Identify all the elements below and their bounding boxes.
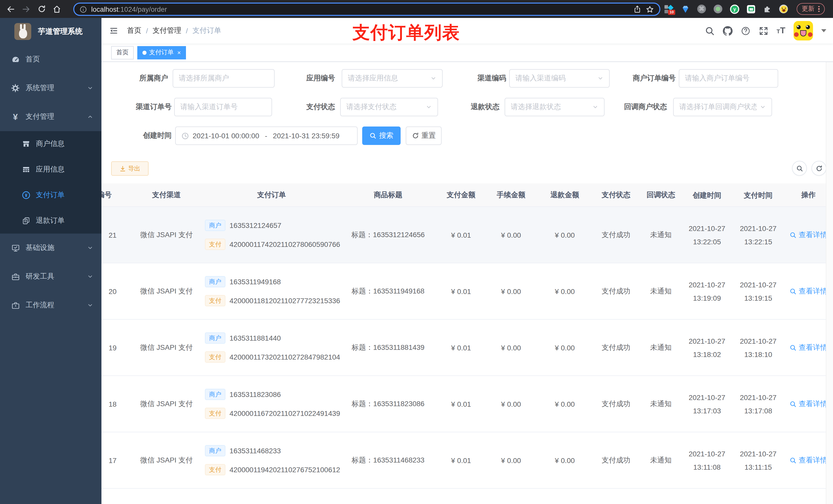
sidebar-item-label: 应用信息 (36, 165, 65, 174)
select-field[interactable]: 请输入渠道编码 (509, 69, 610, 88)
tab-active-1[interactable]: 支付订单× (137, 46, 186, 59)
text-input-field[interactable]: 请输入商户订单编号 (679, 69, 778, 88)
tab-close-icon[interactable]: × (177, 49, 181, 55)
date-start-value[interactable]: 2021-10-01 00:00:00 (193, 131, 259, 140)
reset-button[interactable]: 重置 (406, 126, 442, 145)
screen: localhost:1024/pay/order 10 ⌘ y (0, 0, 833, 504)
view-detail-link[interactable]: 查看详情 (789, 230, 827, 239)
sidebar-collapse-button[interactable] (109, 26, 118, 35)
cell-title (338, 489, 438, 504)
sidebar-item-merchant[interactable]: 商户信息 (0, 131, 101, 157)
export-button[interactable]: 导出 (111, 161, 148, 176)
extension-emoji-icon[interactable] (779, 5, 788, 13)
browser-reload-button[interactable] (34, 1, 49, 17)
extensions-puzzle-icon[interactable] (763, 5, 771, 13)
browser-update-button[interactable]: 更新 (796, 3, 825, 15)
share-button[interactable] (633, 5, 641, 13)
user-menu-caret-icon[interactable] (821, 29, 826, 32)
font-size-button[interactable]: TT (777, 26, 785, 36)
merchant-order-tag: 商户 (205, 389, 225, 400)
cell-title: 标题：1635311823086 (338, 376, 438, 432)
app-logo-rabbit (14, 23, 31, 40)
extension-gem-icon[interactable] (681, 5, 690, 13)
extension-badge: 10 (668, 9, 675, 15)
cell-id (101, 489, 138, 504)
view-detail-link[interactable]: 查看详情 (789, 456, 827, 465)
chevron-down-icon (87, 245, 93, 251)
cell-refund: ¥ 0.00 (538, 432, 592, 488)
search-button[interactable]: 搜索 (362, 126, 401, 145)
sidebar-item-infra[interactable]: 基础设施 (0, 234, 101, 262)
created-time: 13:17:03 (693, 404, 721, 417)
sidebar-submenu: 商户信息应用信息¥支付订单退款订单 (0, 131, 101, 234)
sidebar-item-home[interactable]: 首页 (0, 45, 101, 74)
select-field[interactable]: 请选择支付状态 (340, 98, 438, 116)
select-field[interactable]: 请选择退款状态 (505, 98, 604, 116)
sidebar-item-pay-order[interactable]: ¥支付订单 (0, 182, 101, 208)
home-icon (52, 4, 62, 14)
tab-0[interactable]: 首页 (111, 46, 134, 59)
sidebar-item-pay[interactable]: ¥支付管理 (0, 102, 101, 131)
extension-chat-icon[interactable] (747, 5, 755, 13)
app-logo-row[interactable]: 芋道管理系统 (0, 18, 101, 45)
browser-forward-button[interactable] (19, 1, 34, 17)
sidebar-item-refund-order[interactable]: 退款订单 (0, 208, 101, 234)
help-button[interactable] (741, 26, 751, 35)
browser-menu-icon[interactable] (818, 6, 819, 12)
extension-recorder-icon[interactable] (714, 5, 722, 13)
text-input-field[interactable]: 请选择所属商户 (173, 69, 275, 88)
column-header-title: 商品标题 (338, 183, 438, 207)
cell-refund: ¥ 0.00 (538, 320, 592, 376)
column-header-pay-status: 支付状态 (592, 183, 640, 207)
view-detail-link[interactable]: 查看详情 (789, 399, 827, 408)
date-end-value[interactable]: 2021-10-31 23:59:59 (273, 131, 339, 140)
browser-toolbar: localhost:1024/pay/order 10 ⌘ y (0, 0, 833, 18)
bookmark-button[interactable] (645, 5, 654, 14)
column-header-id: 编号 (101, 183, 138, 207)
fullscreen-button[interactable] (759, 26, 768, 35)
view-detail-link[interactable]: 查看详情 (789, 343, 827, 352)
download-icon (119, 165, 126, 172)
sidebar-item-system[interactable]: 系统管理 (0, 74, 101, 102)
table-row-partial: 商户1635311251786 (101, 489, 833, 504)
view-detail-link[interactable]: 查看详情 (789, 287, 827, 296)
sidebar-item-devtool[interactable]: 研发工具 (0, 262, 101, 291)
refresh-icon (412, 132, 419, 139)
header-search-button[interactable] (705, 26, 715, 35)
sidebar-item-app[interactable]: 应用信息 (0, 157, 101, 182)
user-avatar[interactable] (793, 21, 813, 41)
column-header-notify-status: 回调状态 (640, 183, 681, 207)
select-field[interactable]: 请选择应用信息 (342, 69, 443, 88)
cell-amount (438, 489, 484, 504)
star-icon (645, 5, 654, 14)
extension-command-icon[interactable]: ⌘ (697, 5, 706, 13)
github-link[interactable] (723, 26, 733, 35)
filter-item: 渠道订单号请输入渠道订单号 (129, 98, 272, 116)
cell-created: 2021-10-2713:17:03 (681, 376, 733, 432)
cell-pay-status (592, 489, 640, 504)
browser-back-button[interactable] (3, 1, 19, 17)
sidebar: 芋道管理系统 首页系统管理¥支付管理商户信息应用信息¥支付订单退款订单基础设施研… (0, 18, 101, 504)
sidebar-item-workflow[interactable]: 工作流程 (0, 291, 101, 320)
filter-item: 所属商户请选择所属商户 (139, 69, 275, 88)
cell-title: 标题：1635311881439 (338, 320, 438, 376)
breadcrumb-home[interactable]: 首页 (127, 26, 141, 35)
select-field[interactable]: 请选择订单回调商户状态 (673, 98, 772, 116)
table-row: 21微信 JSAPI 支付商户1635312124657支付4200001174… (101, 207, 833, 263)
cell-paid: 2021-10-2713:17:08 (733, 376, 784, 432)
cell-order: 商户1635312124657支付42000011742021102780605… (195, 207, 338, 263)
refresh-table-button[interactable] (811, 161, 826, 176)
address-bar[interactable]: localhost:1024/pay/order (73, 3, 660, 16)
extension-devtools-icon[interactable]: 10 (664, 4, 674, 14)
column-header-label: 编号 (101, 190, 112, 199)
show-search-toggle-button[interactable] (792, 161, 807, 176)
breadcrumb-pay: 支付管理 (153, 26, 181, 35)
browser-home-button[interactable] (49, 1, 65, 17)
cell-order: 商户1635311251786 (195, 489, 338, 504)
text-input-field[interactable]: 请输入渠道订单号 (174, 98, 272, 116)
page-scrollbar[interactable] (826, 62, 833, 504)
date-range-input[interactable]: 2021-10-01 00:00:00 - 2021-10-31 23:59:5… (175, 126, 358, 145)
extension-y-icon[interactable]: y (730, 4, 739, 14)
paid-date: 2021-10-27 (740, 278, 777, 291)
column-header-fee: 手续金额 (484, 183, 538, 207)
